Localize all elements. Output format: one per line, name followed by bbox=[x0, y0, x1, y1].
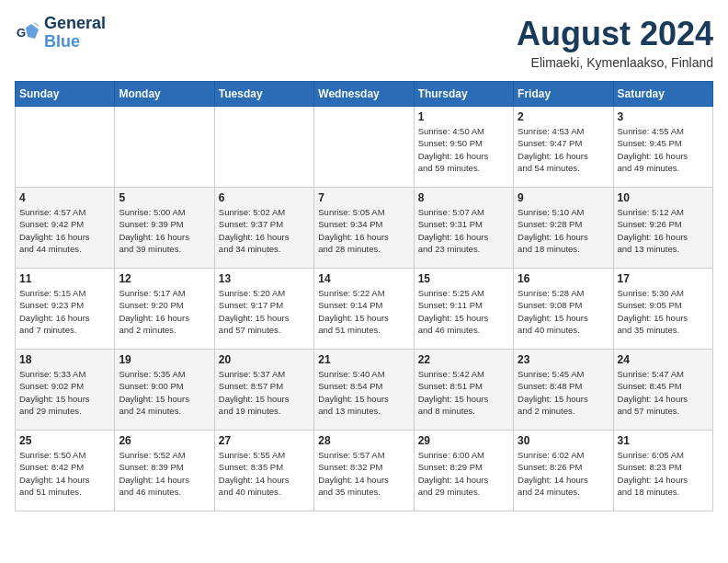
day-detail: Sunrise: 5:52 AM Sunset: 8:39 PM Dayligh… bbox=[119, 449, 210, 498]
day-detail: Sunrise: 5:02 AM Sunset: 9:37 PM Dayligh… bbox=[219, 206, 310, 255]
calendar-cell: 4Sunrise: 4:57 AM Sunset: 9:42 PM Daylig… bbox=[16, 188, 115, 269]
calendar-cell: 8Sunrise: 5:07 AM Sunset: 9:31 PM Daylig… bbox=[414, 188, 513, 269]
day-number: 20 bbox=[219, 353, 310, 366]
logo: G GeneralBlue bbox=[15, 15, 106, 52]
calendar-cell bbox=[314, 107, 414, 188]
day-detail: Sunrise: 4:50 AM Sunset: 9:50 PM Dayligh… bbox=[418, 125, 509, 174]
calendar-cell: 11Sunrise: 5:15 AM Sunset: 9:23 PM Dayli… bbox=[16, 269, 115, 350]
day-detail: Sunrise: 4:53 AM Sunset: 9:47 PM Dayligh… bbox=[518, 125, 609, 174]
svg-text:G: G bbox=[17, 26, 26, 40]
day-number: 14 bbox=[318, 272, 409, 285]
calendar-cell bbox=[16, 107, 115, 188]
day-number: 29 bbox=[418, 434, 509, 447]
calendar-cell: 19Sunrise: 5:35 AM Sunset: 9:00 PM Dayli… bbox=[115, 350, 214, 431]
day-number: 2 bbox=[518, 110, 609, 123]
day-number: 31 bbox=[618, 434, 709, 447]
day-number: 17 bbox=[618, 272, 709, 285]
day-number: 13 bbox=[219, 272, 310, 285]
day-detail: Sunrise: 5:15 AM Sunset: 9:23 PM Dayligh… bbox=[19, 287, 110, 336]
calendar-cell: 6Sunrise: 5:02 AM Sunset: 9:37 PM Daylig… bbox=[214, 188, 313, 269]
day-detail: Sunrise: 5:17 AM Sunset: 9:20 PM Dayligh… bbox=[119, 287, 210, 336]
day-detail: Sunrise: 5:07 AM Sunset: 9:31 PM Dayligh… bbox=[418, 206, 509, 255]
day-detail: Sunrise: 5:22 AM Sunset: 9:14 PM Dayligh… bbox=[318, 287, 409, 336]
day-number: 25 bbox=[19, 434, 110, 447]
day-detail: Sunrise: 5:33 AM Sunset: 9:02 PM Dayligh… bbox=[19, 368, 110, 417]
calendar-cell: 2Sunrise: 4:53 AM Sunset: 9:47 PM Daylig… bbox=[514, 107, 613, 188]
day-detail: Sunrise: 6:02 AM Sunset: 8:26 PM Dayligh… bbox=[518, 449, 609, 498]
day-number: 11 bbox=[19, 272, 110, 285]
calendar-cell: 12Sunrise: 5:17 AM Sunset: 9:20 PM Dayli… bbox=[115, 269, 214, 350]
day-detail: Sunrise: 5:30 AM Sunset: 9:05 PM Dayligh… bbox=[618, 287, 709, 336]
calendar-cell: 13Sunrise: 5:20 AM Sunset: 9:17 PM Dayli… bbox=[214, 269, 313, 350]
day-number: 24 bbox=[618, 353, 709, 366]
day-detail: Sunrise: 6:00 AM Sunset: 8:29 PM Dayligh… bbox=[418, 449, 509, 498]
calendar-cell: 25Sunrise: 5:50 AM Sunset: 8:42 PM Dayli… bbox=[16, 431, 115, 511]
day-detail: Sunrise: 5:28 AM Sunset: 9:08 PM Dayligh… bbox=[518, 287, 609, 336]
calendar-cell: 5Sunrise: 5:00 AM Sunset: 9:39 PM Daylig… bbox=[115, 188, 214, 269]
day-detail: Sunrise: 5:47 AM Sunset: 8:45 PM Dayligh… bbox=[618, 368, 709, 417]
page-header: G GeneralBlue August 2024 Elimaeki, Kyme… bbox=[15, 15, 713, 70]
title-block: August 2024 Elimaeki, Kymenlaakso, Finla… bbox=[517, 15, 713, 70]
day-number: 28 bbox=[318, 434, 409, 447]
day-detail: Sunrise: 6:05 AM Sunset: 8:23 PM Dayligh… bbox=[618, 449, 709, 498]
calendar-cell bbox=[214, 107, 313, 188]
day-detail: Sunrise: 5:12 AM Sunset: 9:26 PM Dayligh… bbox=[618, 206, 709, 255]
day-detail: Sunrise: 5:42 AM Sunset: 8:51 PM Dayligh… bbox=[418, 368, 509, 417]
day-number: 27 bbox=[219, 434, 310, 447]
calendar-cell bbox=[115, 107, 214, 188]
calendar-cell: 29Sunrise: 6:00 AM Sunset: 8:29 PM Dayli… bbox=[414, 431, 513, 511]
day-number: 8 bbox=[418, 191, 509, 204]
day-detail: Sunrise: 5:45 AM Sunset: 8:48 PM Dayligh… bbox=[518, 368, 609, 417]
day-number: 10 bbox=[618, 191, 709, 204]
calendar-week-5: 25Sunrise: 5:50 AM Sunset: 8:42 PM Dayli… bbox=[16, 431, 713, 511]
calendar-cell: 15Sunrise: 5:25 AM Sunset: 9:11 PM Dayli… bbox=[414, 269, 513, 350]
weekday-header-saturday: Saturday bbox=[613, 82, 712, 107]
day-detail: Sunrise: 5:00 AM Sunset: 9:39 PM Dayligh… bbox=[119, 206, 210, 255]
calendar-table: SundayMondayTuesdayWednesdayThursdayFrid… bbox=[15, 81, 713, 511]
day-detail: Sunrise: 5:50 AM Sunset: 8:42 PM Dayligh… bbox=[19, 449, 110, 498]
calendar-week-1: 1Sunrise: 4:50 AM Sunset: 9:50 PM Daylig… bbox=[16, 107, 713, 188]
calendar-cell: 22Sunrise: 5:42 AM Sunset: 8:51 PM Dayli… bbox=[414, 350, 513, 431]
day-detail: Sunrise: 5:55 AM Sunset: 8:35 PM Dayligh… bbox=[219, 449, 310, 498]
calendar-cell: 27Sunrise: 5:55 AM Sunset: 8:35 PM Dayli… bbox=[214, 431, 313, 511]
calendar-cell: 28Sunrise: 5:57 AM Sunset: 8:32 PM Dayli… bbox=[314, 431, 414, 511]
calendar-cell: 24Sunrise: 5:47 AM Sunset: 8:45 PM Dayli… bbox=[613, 350, 712, 431]
weekday-header-sunday: Sunday bbox=[16, 82, 115, 107]
calendar-cell: 17Sunrise: 5:30 AM Sunset: 9:05 PM Dayli… bbox=[613, 269, 712, 350]
calendar-week-4: 18Sunrise: 5:33 AM Sunset: 9:02 PM Dayli… bbox=[16, 350, 713, 431]
day-detail: Sunrise: 5:10 AM Sunset: 9:28 PM Dayligh… bbox=[518, 206, 609, 255]
day-number: 9 bbox=[518, 191, 609, 204]
calendar-cell: 3Sunrise: 4:55 AM Sunset: 9:45 PM Daylig… bbox=[613, 107, 712, 188]
day-detail: Sunrise: 5:37 AM Sunset: 8:57 PM Dayligh… bbox=[219, 368, 310, 417]
logo-text: GeneralBlue bbox=[44, 15, 106, 52]
day-number: 5 bbox=[119, 191, 210, 204]
day-number: 1 bbox=[418, 110, 509, 123]
day-number: 18 bbox=[19, 353, 110, 366]
day-number: 26 bbox=[119, 434, 210, 447]
day-number: 3 bbox=[618, 110, 709, 123]
day-number: 21 bbox=[318, 353, 409, 366]
day-number: 19 bbox=[119, 353, 210, 366]
calendar-cell: 26Sunrise: 5:52 AM Sunset: 8:39 PM Dayli… bbox=[115, 431, 214, 511]
day-number: 6 bbox=[219, 191, 310, 204]
calendar-cell: 31Sunrise: 6:05 AM Sunset: 8:23 PM Dayli… bbox=[613, 431, 712, 511]
calendar-cell: 30Sunrise: 6:02 AM Sunset: 8:26 PM Dayli… bbox=[514, 431, 613, 511]
calendar-cell: 9Sunrise: 5:10 AM Sunset: 9:28 PM Daylig… bbox=[514, 188, 613, 269]
calendar-cell: 23Sunrise: 5:45 AM Sunset: 8:48 PM Dayli… bbox=[514, 350, 613, 431]
day-number: 16 bbox=[518, 272, 609, 285]
calendar-cell: 14Sunrise: 5:22 AM Sunset: 9:14 PM Dayli… bbox=[314, 269, 414, 350]
day-detail: Sunrise: 4:55 AM Sunset: 9:45 PM Dayligh… bbox=[618, 125, 709, 174]
logo-icon: G bbox=[15, 20, 40, 46]
day-number: 12 bbox=[119, 272, 210, 285]
day-detail: Sunrise: 4:57 AM Sunset: 9:42 PM Dayligh… bbox=[19, 206, 110, 255]
weekday-header-monday: Monday bbox=[115, 82, 214, 107]
day-number: 7 bbox=[318, 191, 409, 204]
day-number: 22 bbox=[418, 353, 509, 366]
svg-marker-1 bbox=[26, 24, 39, 39]
day-number: 15 bbox=[418, 272, 509, 285]
day-number: 30 bbox=[518, 434, 609, 447]
calendar-cell: 16Sunrise: 5:28 AM Sunset: 9:08 PM Dayli… bbox=[514, 269, 613, 350]
day-number: 4 bbox=[19, 191, 110, 204]
calendar-cell: 7Sunrise: 5:05 AM Sunset: 9:34 PM Daylig… bbox=[314, 188, 414, 269]
calendar-cell: 20Sunrise: 5:37 AM Sunset: 8:57 PM Dayli… bbox=[214, 350, 313, 431]
